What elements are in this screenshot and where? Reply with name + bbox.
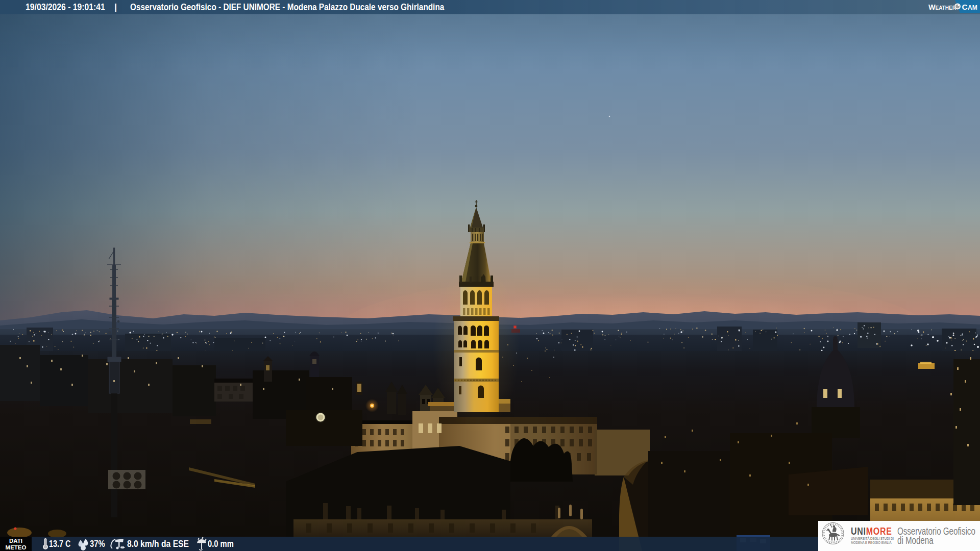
svg-text:UNIMORE: UNIMORE <box>851 525 892 537</box>
svg-text:W: W <box>928 3 936 11</box>
svg-text:C: C <box>962 3 968 11</box>
svg-text:AM: AM <box>968 4 977 11</box>
svg-text:1175: 1175 <box>831 540 836 543</box>
svg-text:EATHER: EATHER <box>936 5 957 11</box>
svg-text:MODENA E REGGIO EMILIA: MODENA E REGGIO EMILIA <box>851 540 892 545</box>
svg-text:di Modena: di Modena <box>897 534 934 546</box>
